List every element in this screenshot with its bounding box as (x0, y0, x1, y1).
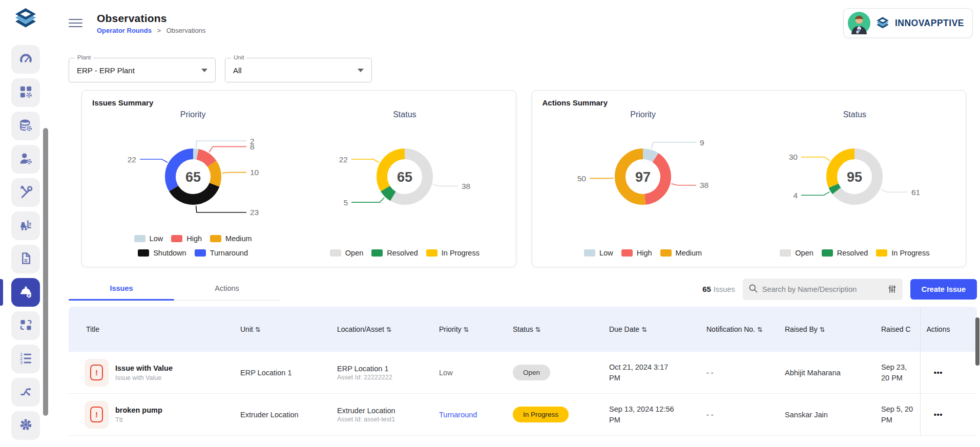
legend-item[interactable]: In Progress (426, 249, 479, 257)
sort-icon[interactable]: ⇅ (464, 326, 469, 333)
sidebar-item-swap[interactable] (11, 311, 40, 340)
legend-swatch (822, 249, 833, 257)
plant-select[interactable]: Plant ERP - ERP Plant (69, 58, 216, 82)
chart-title: Priority (180, 110, 206, 119)
unit-select[interactable]: Unit All (225, 58, 372, 82)
row-actions-menu-icon[interactable]: ••• (934, 410, 943, 419)
donut-label: 4 (794, 191, 798, 200)
sidebar-item-workflow[interactable] (11, 378, 40, 407)
legend-label: In Progress (891, 249, 929, 257)
column-header-unit[interactable]: Unit⇅ (240, 324, 337, 335)
chevron-down-icon (201, 69, 207, 72)
legend-swatch (876, 249, 887, 257)
column-header-title: Title (69, 324, 240, 335)
cell-due-date: Sep 13, 2024 12:56 PM (609, 404, 678, 425)
legend-item[interactable]: High (621, 249, 652, 257)
sidebar-item-dashboard[interactable] (11, 45, 40, 74)
document-icon (19, 251, 33, 267)
column-header-notification-no[interactable]: Notification No.⇅ (706, 324, 785, 335)
sidebar-item-documents[interactable] (11, 245, 40, 273)
legend-item[interactable]: Open (330, 249, 363, 257)
sidebar: 123 (0, 0, 51, 447)
legend-item[interactable]: Resolved (371, 249, 418, 257)
chart-legend: OpenResolvedIn Progress (780, 249, 929, 260)
legend-item[interactable]: Medium (210, 235, 252, 243)
sidebar-item-apps-config[interactable] (11, 78, 40, 107)
donut-label: 50 (577, 174, 587, 183)
legend-item[interactable]: Turnaround (195, 249, 248, 257)
legend-label: Resolved (387, 249, 418, 257)
legend-item[interactable]: Open (780, 249, 813, 257)
legend-label: Open (795, 249, 813, 257)
legend-item[interactable]: Medium (660, 249, 702, 257)
create-issue-button[interactable]: Create Issue (910, 279, 977, 300)
legend-swatch (134, 235, 145, 242)
breadcrumb-parent-link[interactable]: Operator Rounds (97, 27, 152, 34)
legend-swatch (621, 249, 633, 257)
sidebar-item-settings[interactable] (11, 411, 40, 440)
innovapptive-logo-icon (875, 16, 890, 30)
sort-icon[interactable]: ⇅ (757, 326, 762, 333)
legend-item[interactable]: Shutdown (138, 249, 186, 257)
sidebar-item-operator-rounds[interactable] (11, 278, 40, 307)
column-header-raised-by[interactable]: Raised By⇅ (785, 324, 881, 335)
filter-tune-icon[interactable] (887, 284, 898, 294)
cell-unit: Extruder Location (240, 411, 337, 419)
column-header-location-asset[interactable]: Location/Asset⇅ (337, 324, 439, 335)
tab-issues[interactable]: Issues (69, 278, 174, 300)
swap-icon (19, 318, 33, 334)
issues-summary-card: Issues Summary Priority2810232265LowHigh… (81, 90, 516, 267)
legend-swatch (780, 249, 791, 257)
issues-priority-chart: Priority2810232265LowHighMediumShutdownT… (87, 107, 299, 260)
sidebar-item-checklist[interactable]: 123 (11, 345, 40, 373)
record-count-label: Issues (714, 285, 735, 293)
tab-actions[interactable]: Actions (174, 278, 280, 300)
sort-icon[interactable]: ⇅ (255, 326, 260, 333)
issue-subtitle: Ttt (115, 416, 162, 423)
search-input[interactable] (762, 285, 883, 293)
sort-icon[interactable]: ⇅ (386, 326, 391, 333)
account-brand-box[interactable]: INNOVAPPTIVE (843, 8, 973, 38)
legend-swatch (138, 249, 149, 257)
table-row[interactable]: !Issue with ValueIssue with ValueERP Loc… (69, 352, 977, 394)
legend-swatch (584, 249, 595, 257)
sort-icon[interactable]: ⇅ (820, 326, 825, 333)
page-scrollbar[interactable] (975, 317, 979, 366)
forklift-icon (19, 218, 33, 234)
sidebar-item-data-config[interactable] (11, 112, 40, 140)
legend-swatch (371, 249, 383, 257)
cell-location-asset: Extruder LocationAsset Id: asset-test1 (337, 407, 439, 423)
column-header-status[interactable]: Status⇅ (513, 324, 609, 335)
cell-priority: Low (439, 369, 453, 377)
table-row[interactable]: !broken pumpTttExtruder LocationExtruder… (69, 394, 977, 436)
legend-item[interactable]: Low (134, 235, 163, 243)
hardhat-clock-icon (19, 285, 33, 301)
sort-icon[interactable]: ⇅ (641, 326, 647, 333)
donut-label: 38 (700, 181, 708, 189)
column-header-priority[interactable]: Priority⇅ (439, 324, 513, 335)
table-toolbar: 65Issues Create Issue (702, 279, 977, 300)
column-header-due-date[interactable]: Due Date⇅ (609, 324, 706, 335)
sidebar-scrollbar[interactable] (43, 128, 48, 416)
alert-icon: ! (85, 401, 109, 429)
sidebar-item-tools[interactable] (11, 178, 40, 207)
legend-item[interactable]: Resolved (822, 249, 868, 257)
column-header-actions: Actions (920, 307, 960, 352)
legend-item[interactable]: High (171, 235, 202, 243)
legend-item[interactable]: Low (584, 249, 613, 257)
row-actions-menu-icon[interactable]: ••• (934, 368, 943, 377)
donut-label: 8 (250, 142, 255, 151)
menu-icon[interactable] (69, 19, 82, 28)
unit-select-value: All (233, 66, 242, 75)
sidebar-item-user-management[interactable] (11, 145, 40, 174)
legend-item[interactable]: In Progress (876, 249, 929, 257)
cell-raised-on: Sep 23, 20 PM (881, 362, 916, 383)
sidebar-item-forklift[interactable] (11, 211, 40, 240)
active-item-indicator (0, 279, 3, 306)
legend-label: High (186, 235, 202, 243)
sort-icon[interactable]: ⇅ (535, 326, 540, 333)
cell-priority[interactable]: Turnaround (439, 411, 477, 419)
cell-unit: ERP Location 1 (240, 369, 337, 377)
chart-title: Status (843, 110, 866, 119)
avatar[interactable] (848, 12, 870, 34)
